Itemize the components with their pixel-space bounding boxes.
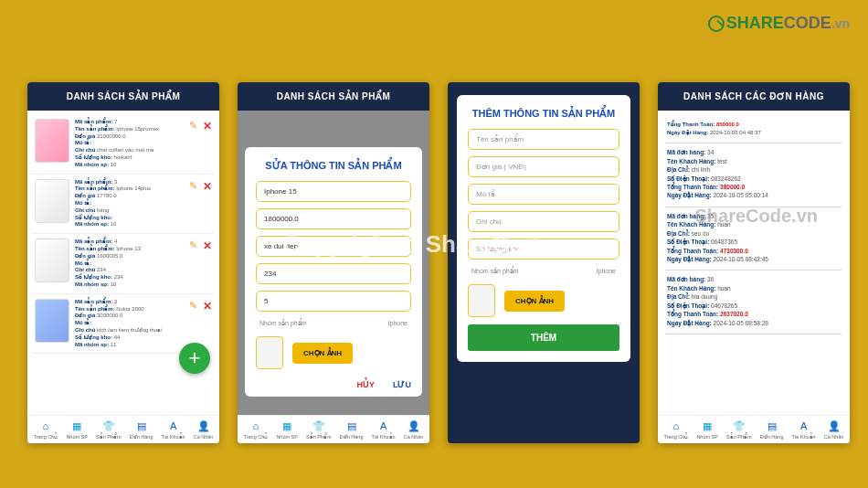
delete-icon[interactable]: ✕ (203, 239, 212, 252)
nav-account[interactable]: ATài Khoản (792, 419, 816, 440)
product-image (35, 299, 69, 343)
product-card[interactable]: Mã sản phẩm: 4 Tên sản phẩm: Iphone 13 Đ… (31, 234, 216, 294)
product-image (35, 119, 69, 163)
personal-icon: 👤 (408, 419, 420, 432)
nav-product[interactable]: 👕Sản Phẩm (306, 419, 332, 440)
page-title: DANH SÁCH SẢN PHẨM (27, 82, 219, 111)
name-field[interactable]: Tên sản phẩm (468, 129, 619, 150)
nav-order[interactable]: ▤Đơn Hàng (130, 419, 153, 440)
image-preview (468, 284, 495, 317)
account-icon: A (167, 419, 180, 432)
product-icon: 👕 (733, 419, 746, 432)
save-button[interactable]: LƯU (393, 380, 411, 389)
add-product-fab[interactable]: + (179, 343, 210, 374)
add-button[interactable]: THÊM (468, 324, 619, 351)
nav-group[interactable]: ▦Nhóm SP (66, 419, 88, 440)
nav-personal[interactable]: 👤Cá Nhân (404, 419, 424, 440)
screen-product-list: DANH SÁCH SẢN PHẨM Mã sản phẩm: 7 Tên sả… (27, 82, 219, 443)
page-title: DANH SÁCH SẢN PHẨM (238, 82, 429, 111)
cancel-button[interactable]: HỦY (356, 380, 375, 389)
price-field[interactable]: Đơn giá ( VNĐ) (468, 156, 619, 177)
product-image (35, 239, 69, 282)
nav-personal[interactable]: 👤Cá Nhân (194, 419, 214, 440)
group-icon: ▦ (70, 419, 83, 432)
nav-group[interactable]: ▦Nhóm SP (276, 419, 298, 440)
nav-group[interactable]: ▦Nhóm SP (696, 419, 718, 440)
kho-field[interactable]: 234 (256, 263, 411, 284)
kho-field[interactable]: Số lượng kho (468, 239, 619, 260)
account-icon: A (377, 419, 390, 432)
delete-icon[interactable]: ✕ (203, 300, 212, 313)
logo-icon (708, 16, 725, 32)
delete-icon[interactable]: ✕ (203, 120, 212, 133)
group-label: Nhóm sản phẩm (471, 268, 519, 275)
order-card[interactable]: Mã đơn hàng: 35 Tên Khách Hàng: huan Địa… (665, 207, 842, 271)
nav-product[interactable]: 👕Sản Phẩm (96, 419, 122, 440)
order-card[interactable]: Mã đơn hàng: 34 Tên Khách Hàng: test Địa… (665, 143, 842, 207)
nav-order[interactable]: ▤Đơn Hàng (760, 419, 784, 440)
nav-account[interactable]: ATài Khoản (162, 419, 185, 440)
group-icon: ▦ (281, 419, 293, 432)
modal-title: SỬA THÔNG TIN SẢN PHẨM (256, 156, 411, 181)
nav-product[interactable]: 👕Sản Phẩm (726, 419, 752, 440)
edit-icon[interactable]: ✎ (189, 239, 197, 252)
order-icon: ▤ (345, 419, 358, 432)
select-image-button[interactable]: CHỌN ẢNH (504, 291, 565, 312)
delete-icon[interactable]: ✕ (203, 180, 212, 193)
desc-field[interactable]: Mô tả (468, 184, 619, 205)
nav-personal[interactable]: 👤Cá Nhân (824, 419, 844, 440)
bottom-nav: ⌂Trang Chủ▦Nhóm SP👕Sản Phẩm▤Đơn HàngATài… (27, 415, 219, 443)
nav-home[interactable]: ⌂Trang Chủ (34, 419, 58, 440)
home-icon: ⌂ (39, 419, 52, 432)
screen-edit-modal: DANH SÁCH SẢN PHẨM SỬA THÔNG TIN SẢN PHẨ… (238, 82, 429, 443)
product-icon: 👕 (312, 419, 325, 432)
modal-title: THÊM THÔNG TIN SẢN PHẨM (468, 104, 619, 129)
home-icon: ⌂ (670, 419, 683, 432)
group-value: Iphone (597, 268, 616, 275)
grp-field[interactable]: 5 (256, 291, 411, 312)
select-image-button[interactable]: CHỌN ẢNH (292, 343, 353, 364)
edit-icon[interactable]: ✎ (189, 120, 197, 133)
product-card[interactable]: Mã sản phẩm: 3 Tên sản phẩm: Iphone 14pl… (31, 175, 216, 235)
nav-home[interactable]: ⌂Trang Chủ (244, 419, 269, 440)
home-icon: ⌂ (249, 419, 262, 432)
account-icon: A (798, 419, 810, 432)
edit-icon[interactable]: ✎ (189, 180, 197, 193)
product-card[interactable]: Mã sản phẩm: 7 Tên sản phẩm: Iphone 15pr… (31, 114, 216, 175)
nav-order[interactable]: ▤Đơn Hàng (340, 419, 364, 440)
image-preview (256, 336, 283, 369)
edit-product-modal: SỬA THÔNG TIN SẢN PHẨM Iphone 15 1800000… (245, 147, 422, 397)
product-image (35, 179, 69, 223)
personal-icon: 👤 (828, 419, 841, 432)
group-value: Iphone (388, 320, 408, 327)
bottom-nav: ⌂Trang Chủ▦Nhóm SP👕Sản Phẩm▤Đơn HàngATài… (658, 415, 850, 443)
order-card[interactable]: Tổng Thanh Toán: 850000.0 Ngày Đặt Hàng:… (665, 116, 842, 143)
order-icon: ▤ (766, 419, 778, 432)
group-icon: ▦ (701, 419, 714, 432)
nav-account[interactable]: ATài Khoản (372, 419, 396, 440)
page-title: DANH SÁCH CÁC ĐƠN HÀNG (658, 82, 850, 111)
personal-icon: 👤 (197, 419, 210, 432)
bottom-nav: ⌂Trang Chủ▦Nhóm SP👕Sản Phẩm▤Đơn HàngATài… (238, 415, 429, 443)
screen-add-product: THÊM THÔNG TIN SẢN PHẨM Tên sản phẩm Đơn… (448, 82, 640, 443)
edit-icon[interactable]: ✎ (189, 300, 197, 313)
desc-field[interactable]: xe dui dep (256, 236, 411, 257)
product-icon: 👕 (102, 419, 115, 432)
sharecode-logo: SHARECODE.vn (708, 14, 850, 33)
screen-order-list: DANH SÁCH CÁC ĐƠN HÀNG Tổng Thanh Toán: … (658, 82, 850, 443)
nav-home[interactable]: ⌂Trang Chủ (664, 419, 689, 440)
name-field[interactable]: Iphone 15 (256, 181, 411, 202)
note-field[interactable]: Ghi chú (468, 211, 619, 232)
group-label: Nhóm sản phẩm (259, 320, 307, 327)
order-card[interactable]: Mã đơn hàng: 36 Tên Khách Hàng: huan Địa… (665, 271, 842, 334)
price-field[interactable]: 1800000.0 (256, 208, 411, 229)
order-icon: ▤ (135, 419, 148, 432)
